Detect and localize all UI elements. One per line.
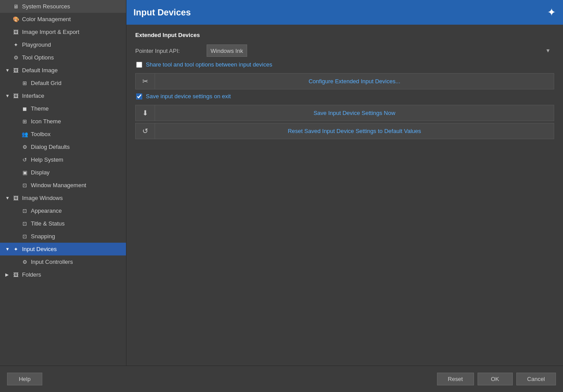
- sidebar-item-display[interactable]: ▣ Display: [0, 166, 126, 179]
- interface-label: Interface: [22, 92, 44, 99]
- color-management-label: Color Management: [22, 16, 71, 22]
- image-windows-label: Image Windows: [22, 195, 63, 201]
- sidebar-item-dialog-defaults[interactable]: ⚙ Dialog Defaults: [0, 141, 126, 153]
- sidebar-item-image-import-export[interactable]: 🖼 Image Import & Export: [0, 26, 126, 38]
- bottom-right-buttons: Reset OK Cancel: [437, 373, 556, 385]
- input-controllers-label: Input Controllers: [31, 259, 73, 265]
- icon-theme-label: Icon Theme: [31, 118, 61, 125]
- default-grid-label: Default Grid: [31, 80, 61, 86]
- appearance-icon: ⊡: [21, 208, 28, 214]
- pointer-input-select[interactable]: Windows Ink WinTab None: [207, 44, 247, 57]
- system-resources-icon: 🖥: [12, 4, 19, 10]
- sidebar-item-image-windows[interactable]: ▼ 🖼 Image Windows: [0, 192, 126, 204]
- sidebar-item-system-resources[interactable]: 🖥 System Resources: [0, 0, 126, 13]
- sidebar-item-default-image[interactable]: ▼ 🖼 Default Image: [0, 64, 126, 77]
- pointer-input-label: Pointer Input API:: [135, 48, 201, 54]
- dialog-defaults-icon: ⚙: [21, 144, 28, 150]
- color-management-icon: 🎨: [12, 16, 19, 22]
- default-grid-icon: ⊞: [21, 80, 28, 86]
- system-resources-label: System Resources: [22, 3, 70, 10]
- pointer-input-row: Pointer Input API: Windows Ink WinTab No…: [135, 44, 554, 57]
- save-now-button[interactable]: Save Input Device Settings Now: [155, 106, 554, 120]
- configure-devices-row: ✂ Configure Extended Input Devices...: [135, 73, 554, 89]
- configure-devices-icon: ✂: [136, 74, 155, 89]
- sidebar-item-tool-options[interactable]: ⚙ Tool Options: [0, 51, 126, 64]
- sidebar-item-window-management[interactable]: ⊡ Window Management: [0, 179, 126, 192]
- share-tools-row: Share tool and tool options between inpu…: [136, 61, 554, 68]
- default-image-icon: 🖼: [12, 67, 19, 74]
- window-management-icon: ⊡: [21, 182, 28, 189]
- default-image-label: Default Image: [22, 67, 58, 74]
- share-tools-checkbox[interactable]: [136, 62, 142, 68]
- help-system-icon: ↺: [21, 157, 28, 163]
- snapping-label: Snapping: [31, 233, 55, 240]
- toolbox-label: Toolbox: [31, 131, 51, 137]
- input-devices-icon: ✦: [12, 246, 19, 252]
- image-windows-icon: 🖼: [12, 195, 19, 201]
- sidebar-item-appearance[interactable]: ⊡ Appearance: [0, 204, 126, 217]
- cancel-button[interactable]: Cancel: [516, 373, 556, 385]
- sidebar-item-title-status[interactable]: ⊡ Title & Status: [0, 217, 126, 230]
- main-content: 🖥 System Resources 🎨 Color Management 🖼 …: [0, 0, 563, 366]
- bottom-bar: Help Reset OK Cancel: [0, 366, 563, 392]
- reset-saved-button[interactable]: Reset Saved Input Device Settings to Def…: [155, 124, 554, 138]
- display-label: Display: [31, 169, 50, 176]
- sidebar-item-snapping[interactable]: ⊡ Snapping: [0, 230, 126, 243]
- sidebar-item-theme[interactable]: ◼ Theme: [0, 102, 126, 115]
- interface-icon: 🖼: [12, 93, 19, 99]
- dialog-defaults-label: Dialog Defaults: [31, 144, 70, 150]
- sidebar-item-color-management[interactable]: 🎨 Color Management: [0, 13, 126, 26]
- sidebar-item-input-controllers[interactable]: ⚙ Input Controllers: [0, 255, 126, 268]
- ok-button[interactable]: OK: [478, 373, 513, 385]
- arrow-image-windows: ▼: [5, 196, 11, 200]
- right-panel: Input Devices ✦ Extended Input Devices P…: [126, 0, 563, 366]
- save-settings-label[interactable]: Save input device settings on exit: [146, 93, 231, 100]
- window-management-label: Window Management: [31, 182, 86, 189]
- tool-options-label: Tool Options: [22, 54, 54, 61]
- share-tools-label[interactable]: Share tool and tool options between inpu…: [146, 61, 272, 68]
- playground-icon: ✦: [12, 42, 19, 48]
- save-settings-checkbox[interactable]: [136, 93, 142, 100]
- tool-options-icon: ⚙: [12, 55, 19, 61]
- snapping-icon: ⊡: [21, 233, 28, 240]
- help-button[interactable]: Help: [7, 373, 42, 385]
- reset-saved-row: ↺ Reset Saved Input Device Settings to D…: [135, 123, 554, 139]
- panel-header-icon: ✦: [547, 6, 556, 18]
- reset-button[interactable]: Reset: [437, 373, 474, 385]
- theme-label: Theme: [31, 105, 48, 112]
- select-arrow-icon: ▼: [545, 48, 551, 54]
- appearance-label: Appearance: [31, 207, 62, 214]
- input-devices-label: Input Devices: [22, 246, 57, 252]
- input-controllers-icon: ⚙: [21, 259, 28, 265]
- display-icon: ▣: [21, 170, 28, 176]
- title-status-icon: ⊡: [21, 221, 28, 227]
- sidebar-item-toolbox[interactable]: 👥 Toolbox: [0, 128, 126, 141]
- theme-icon: ◼: [21, 106, 28, 112]
- section-title: Extended Input Devices: [135, 32, 554, 38]
- configure-devices-button[interactable]: Configure Extended Input Devices...: [155, 74, 554, 88]
- image-import-export-icon: 🖼: [12, 29, 19, 35]
- sidebar-item-icon-theme[interactable]: ⊞ Icon Theme: [0, 115, 126, 128]
- sidebar-item-folders[interactable]: ▶ 🖼 Folders: [0, 268, 126, 281]
- icon-theme-icon: ⊞: [21, 118, 28, 125]
- sidebar: 🖥 System Resources 🎨 Color Management 🖼 …: [0, 0, 126, 366]
- help-system-label: Help System: [31, 156, 63, 163]
- arrow-default-image: ▼: [5, 68, 11, 73]
- sidebar-item-playground[interactable]: ✦ Playground: [0, 38, 126, 51]
- playground-label: Playground: [22, 41, 51, 48]
- sidebar-item-help-system[interactable]: ↺ Help System: [0, 153, 126, 166]
- folders-icon: 🖼: [12, 272, 19, 278]
- pointer-input-select-wrapper: Windows Ink WinTab None ▼: [207, 44, 554, 57]
- title-status-label: Title & Status: [31, 220, 65, 227]
- panel-body: Extended Input Devices Pointer Input API…: [126, 25, 563, 366]
- arrow-input-devices: ▼: [5, 247, 11, 251]
- sidebar-item-interface[interactable]: ▼ 🖼 Interface: [0, 89, 126, 102]
- app-container: 🖥 System Resources 🎨 Color Management 🖼 …: [0, 0, 563, 392]
- arrow-folders: ▶: [5, 272, 11, 277]
- sidebar-item-default-grid[interactable]: ⊞ Default Grid: [0, 77, 126, 89]
- save-now-icon: ⬇: [136, 105, 155, 121]
- toolbox-icon: 👥: [21, 131, 28, 137]
- save-now-row: ⬇ Save Input Device Settings Now: [135, 105, 554, 121]
- image-import-export-label: Image Import & Export: [22, 29, 79, 35]
- sidebar-item-input-devices[interactable]: ▼ ✦ Input Devices: [0, 243, 126, 255]
